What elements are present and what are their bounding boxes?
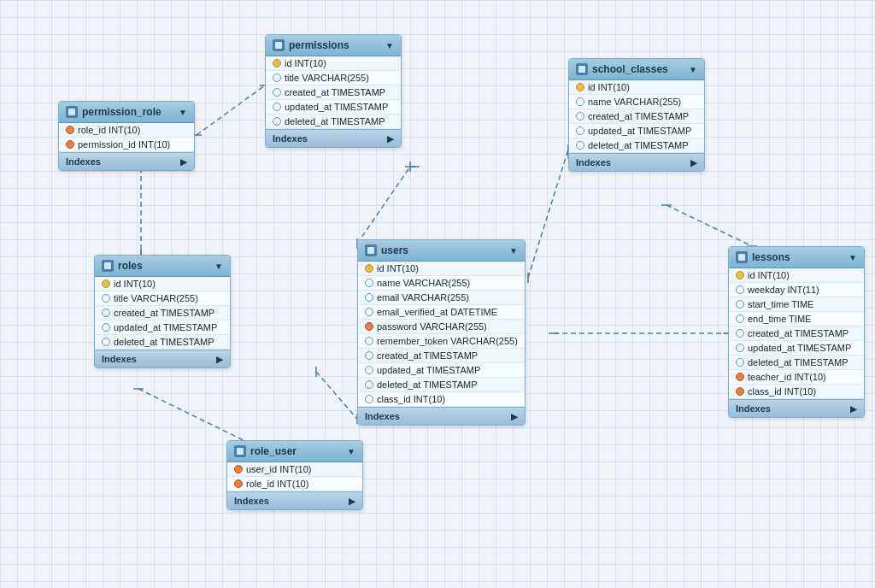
table-dropdown-school_classes[interactable]: ▼ xyxy=(689,65,697,74)
field-text-roles-1: title VARCHAR(255) xyxy=(114,293,198,303)
field-row-school_classes-0: id INT(10) xyxy=(569,80,704,95)
field-row-lessons-7: teacher_id INT(10) xyxy=(729,370,864,385)
field-text-users-1: name VARCHAR(255) xyxy=(377,278,470,288)
field-text-permissions-3: updated_at TIMESTAMP xyxy=(285,102,388,112)
table-dropdown-roles[interactable]: ▼ xyxy=(214,262,223,271)
field-text-school_classes-1: name VARCHAR(255) xyxy=(588,97,681,107)
field-text-lessons-8: class_id INT(10) xyxy=(748,386,816,397)
table-header-users[interactable]: users ▼ xyxy=(358,240,525,262)
indexes-arrow-users[interactable]: ▶ xyxy=(511,412,518,421)
field-icon-school_classes-0 xyxy=(576,83,584,91)
indexes-arrow-permission_role[interactable]: ▶ xyxy=(180,157,187,167)
table-indexes-school_classes[interactable]: Indexes ▶ xyxy=(569,153,704,171)
field-row-lessons-4: created_at TIMESTAMP xyxy=(729,326,864,341)
indexes-label-permissions: Indexes xyxy=(273,133,308,144)
table-icon-lessons xyxy=(736,251,748,263)
field-text-users-5: remember_token VARCHAR(255) xyxy=(377,336,518,346)
field-text-school_classes-0: id INT(10) xyxy=(588,82,630,92)
field-text-users-6: created_at TIMESTAMP xyxy=(377,350,478,361)
table-dropdown-permissions[interactable]: ▼ xyxy=(385,41,394,50)
field-row-role_user-1: role_id INT(10) xyxy=(227,477,362,491)
indexes-arrow-role_user[interactable]: ▶ xyxy=(349,497,355,506)
field-text-role_user-0: user_id INT(10) xyxy=(246,464,311,474)
indexes-arrow-roles[interactable]: ▶ xyxy=(216,355,223,364)
field-icon-permissions-0 xyxy=(273,59,281,68)
table-dropdown-lessons[interactable]: ▼ xyxy=(849,253,857,262)
field-text-permission_role-1: permission_id INT(10) xyxy=(78,139,170,150)
field-text-roles-3: updated_at TIMESTAMP xyxy=(114,322,217,332)
field-icon-roles-0 xyxy=(102,279,110,288)
indexes-arrow-permissions[interactable]: ▶ xyxy=(387,134,394,144)
field-icon-lessons-0 xyxy=(736,271,744,279)
field-icon-role_user-0 xyxy=(234,465,243,473)
table-title-users: users xyxy=(381,244,505,256)
field-text-school_classes-3: updated_at TIMESTAMP xyxy=(588,126,691,136)
field-icon-permission_role-0 xyxy=(66,126,74,134)
table-dropdown-users[interactable]: ▼ xyxy=(509,246,518,256)
field-icon-roles-2 xyxy=(102,309,110,317)
field-text-permissions-1: title VARCHAR(255) xyxy=(285,73,369,83)
table-dropdown-permission_role[interactable]: ▼ xyxy=(179,108,187,117)
field-text-lessons-3: end_time TIME xyxy=(748,314,811,324)
field-icon-users-9 xyxy=(365,395,373,403)
indexes-label-role_user: Indexes xyxy=(234,496,269,506)
field-icon-permissions-4 xyxy=(273,117,281,126)
indexes-label-lessons: Indexes xyxy=(736,403,771,414)
svg-line-0 xyxy=(197,85,265,135)
field-row-lessons-1: weekday INT(11) xyxy=(729,283,864,297)
field-text-roles-0: id INT(10) xyxy=(114,279,156,289)
table-header-school_classes[interactable]: school_classes ▼ xyxy=(569,59,704,80)
field-icon-lessons-3 xyxy=(736,315,744,323)
field-row-users-8: deleted_at TIMESTAMP xyxy=(358,378,525,392)
field-icon-users-5 xyxy=(365,337,373,345)
field-icon-users-6 xyxy=(365,351,373,360)
field-row-school_classes-3: updated_at TIMESTAMP xyxy=(569,124,704,138)
table-indexes-lessons[interactable]: Indexes ▶ xyxy=(729,399,864,417)
field-row-school_classes-4: deleted_at TIMESTAMP xyxy=(569,138,704,153)
field-row-users-9: class_id INT(10) xyxy=(358,392,525,407)
field-text-users-4: password VARCHAR(255) xyxy=(377,321,487,332)
field-text-permissions-4: deleted_at TIMESTAMP xyxy=(285,116,385,126)
field-row-users-1: name VARCHAR(255) xyxy=(358,276,525,291)
indexes-label-permission_role: Indexes xyxy=(66,156,101,167)
field-icon-lessons-2 xyxy=(736,300,744,309)
field-icon-school_classes-1 xyxy=(576,97,584,106)
table-indexes-roles[interactable]: Indexes ▶ xyxy=(95,350,230,368)
table-header-permission_role[interactable]: permission_role ▼ xyxy=(59,102,194,123)
table-indexes-role_user[interactable]: Indexes ▶ xyxy=(227,491,362,509)
indexes-arrow-school_classes[interactable]: ▶ xyxy=(690,158,697,168)
table-indexes-permissions[interactable]: Indexes ▶ xyxy=(266,129,401,147)
table-icon-role_user xyxy=(234,445,246,457)
field-text-school_classes-4: deleted_at TIMESTAMP xyxy=(588,140,689,150)
table-header-permissions[interactable]: permissions ▼ xyxy=(266,35,401,56)
field-text-users-9: class_id INT(10) xyxy=(377,394,445,404)
table-header-roles[interactable]: roles ▼ xyxy=(95,256,230,277)
svg-line-6 xyxy=(138,389,252,444)
field-row-users-2: email VARCHAR(255) xyxy=(358,291,525,305)
table-indexes-permission_role[interactable]: Indexes ▶ xyxy=(59,152,194,170)
table-indexes-users[interactable]: Indexes ▶ xyxy=(358,407,525,425)
table-header-lessons[interactable]: lessons ▼ xyxy=(729,247,864,268)
table-dropdown-role_user[interactable]: ▼ xyxy=(347,447,355,456)
field-icon-users-1 xyxy=(365,279,373,287)
field-row-lessons-3: end_time TIME xyxy=(729,312,864,326)
field-text-school_classes-2: created_at TIMESTAMP xyxy=(588,111,689,121)
table-header-role_user[interactable]: role_user ▼ xyxy=(227,441,362,462)
field-text-lessons-0: id INT(10) xyxy=(748,270,790,280)
field-icon-lessons-7 xyxy=(736,373,744,381)
table-school_classes: school_classes ▼ id INT(10) name VARCHAR… xyxy=(568,58,705,172)
table-icon-users xyxy=(365,244,377,256)
field-icon-permissions-3 xyxy=(273,103,281,111)
field-row-users-5: remember_token VARCHAR(255) xyxy=(358,334,525,349)
table-title-role_user: role_user xyxy=(250,445,343,457)
field-row-permissions-1: title VARCHAR(255) xyxy=(266,71,401,85)
field-icon-lessons-5 xyxy=(736,344,744,352)
table-permission_role: permission_role ▼ role_id INT(10) permis… xyxy=(58,101,195,171)
field-row-lessons-8: class_id INT(10) xyxy=(729,385,864,399)
indexes-arrow-lessons[interactable]: ▶ xyxy=(850,404,857,414)
field-row-roles-1: title VARCHAR(255) xyxy=(95,291,230,306)
field-icon-school_classes-2 xyxy=(576,112,584,121)
field-icon-permissions-2 xyxy=(273,88,281,97)
field-text-permissions-0: id INT(10) xyxy=(285,58,326,68)
field-row-lessons-2: start_time TIME xyxy=(729,297,864,312)
